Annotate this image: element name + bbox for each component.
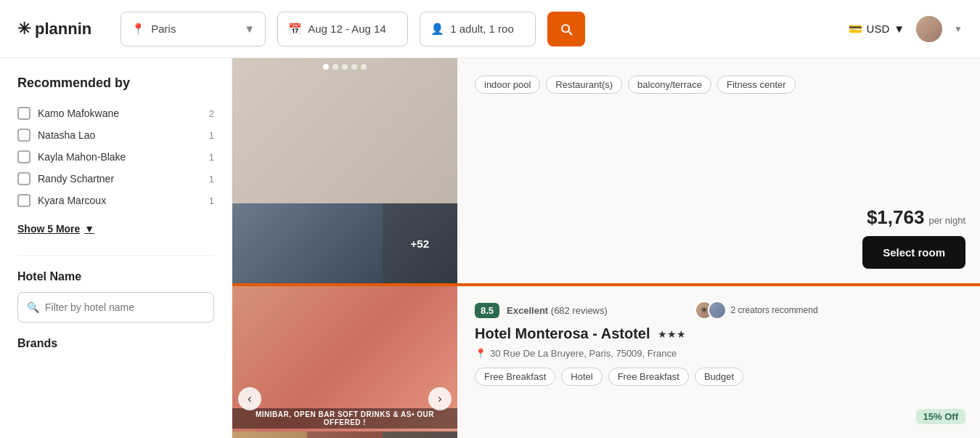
card1-dots bbox=[323, 64, 367, 70]
filter-count-0: 2 bbox=[209, 108, 214, 119]
card2-rating-label: Excellent (682 reviews) bbox=[507, 305, 608, 316]
calendar-icon: 📅 bbox=[288, 23, 302, 36]
card2-rating-badge: 8.5 bbox=[475, 303, 499, 318]
search-button[interactable] bbox=[547, 12, 585, 46]
tag-hotel: Hotel bbox=[561, 368, 602, 386]
filter-checkbox-0[interactable] bbox=[17, 107, 30, 120]
card1-price-per: per night bbox=[928, 215, 965, 226]
hotel-name-filter-title: Hotel Name bbox=[17, 270, 214, 283]
filter-label-0: Kamo Mafokwane bbox=[38, 108, 202, 119]
filter-count-2: 1 bbox=[209, 152, 214, 163]
tag-restaurants: Restaurant(s) bbox=[546, 76, 622, 94]
card2-thumb-1 bbox=[232, 431, 307, 438]
card1-thumb-1 bbox=[232, 203, 307, 283]
card2-next-button[interactable]: › bbox=[428, 387, 452, 410]
card2-content: 8.5 Excellent (682 reviews) ✳ 2 creators… bbox=[457, 286, 836, 438]
avatar-chevron-icon: ▼ bbox=[954, 24, 963, 34]
filter-item-2[interactable]: Kayla Mahon-Blake 1 bbox=[17, 146, 214, 168]
card1-thumb-2 bbox=[307, 203, 382, 283]
dot-1 bbox=[323, 64, 329, 70]
tag-free-breakfast-2: Free Breakfast bbox=[608, 368, 689, 386]
dot-2 bbox=[332, 64, 338, 70]
filter-label-4: Kyara Marcoux bbox=[38, 195, 202, 206]
show-more-chevron-icon: ▼ bbox=[84, 223, 94, 235]
card1-thumb-3: +52 bbox=[383, 203, 457, 283]
filter-checkbox-4[interactable] bbox=[17, 194, 30, 207]
card1-select-room-button[interactable]: Select room bbox=[862, 236, 965, 269]
user-avatar[interactable] bbox=[916, 16, 942, 42]
location-search[interactable]: 📍 Paris ▼ bbox=[121, 12, 266, 46]
filter-item-0[interactable]: Kamo Mafokwane 2 bbox=[17, 102, 214, 124]
brands-title: Brands bbox=[17, 337, 214, 350]
location-pin-icon: 📍 bbox=[475, 348, 486, 359]
tag-balcony: balcony/terrace bbox=[628, 76, 711, 94]
hotel-name-input-wrap[interactable]: 🔍 bbox=[17, 292, 214, 323]
filter-label-1: Natasha Lao bbox=[38, 129, 202, 141]
card2-tags: Free Breakfast Hotel Free Breakfast Budg… bbox=[475, 368, 818, 386]
card1-price: $1,763 bbox=[867, 206, 925, 229]
filter-checkbox-3[interactable] bbox=[17, 172, 30, 185]
card2-stars: ★★★ bbox=[658, 328, 686, 340]
tag-indoor-pool: indoor pool bbox=[475, 76, 540, 94]
filter-count-4: 1 bbox=[209, 195, 214, 206]
card2-top-row: 8.5 Excellent (682 reviews) ✳ 2 creators… bbox=[475, 301, 818, 320]
avatar-image bbox=[916, 16, 942, 42]
show-more-label: Show 5 More bbox=[17, 223, 80, 235]
filter-label-2: Kayla Mahon-Blake bbox=[38, 151, 202, 163]
card2-prev-button[interactable]: ‹ bbox=[238, 387, 261, 410]
guest-selector[interactable]: 👤 1 adult, 1 roo bbox=[420, 12, 536, 46]
location-value: Paris bbox=[151, 23, 176, 35]
header-right: 💳 USD ▼ ▼ bbox=[849, 16, 963, 42]
logo: ✳ plannin bbox=[17, 20, 91, 38]
hotel-name-input[interactable] bbox=[45, 301, 205, 313]
tag-budget: Budget bbox=[695, 368, 743, 386]
hotel-cards-area: +52 indoor pool Restaurant(s) balcony/te… bbox=[232, 58, 980, 438]
tag-fitness: Fitness center bbox=[717, 76, 796, 94]
card1-right: $1,763 per night Select room bbox=[849, 58, 980, 283]
card2-right: 15% Off from $123 $104 per night Select … bbox=[836, 286, 980, 438]
main-layout: Recommended by Kamo Mafokwane 2 Natasha … bbox=[0, 58, 980, 438]
filter-item-4[interactable]: Kyara Marcoux 1 bbox=[17, 190, 214, 211]
card2-creators: ✳ 2 creators recommend bbox=[695, 301, 818, 320]
card1-main-image bbox=[232, 58, 457, 203]
filter-checkbox-2[interactable] bbox=[17, 150, 30, 163]
search-icon: 🔍 bbox=[27, 301, 39, 313]
card2-images: ‹ › MINIBAR, OPEN BAR SOFT DRINKS & AS• … bbox=[232, 286, 457, 438]
currency-label: USD bbox=[867, 23, 890, 35]
date-picker[interactable]: 📅 Aug 12 - Aug 14 bbox=[277, 12, 408, 46]
tag-free-breakfast-1: Free Breakfast bbox=[475, 368, 555, 386]
card1-images: +52 bbox=[232, 58, 457, 283]
recommended-by-title: Recommended by bbox=[17, 76, 214, 91]
creators-text: 2 creators recommend bbox=[731, 305, 818, 315]
filter-checkbox-1[interactable] bbox=[17, 129, 30, 142]
card1-thumb-more: +52 bbox=[383, 203, 457, 283]
filter-list: Kamo Mafokwane 2 Natasha Lao 1 Kayla Mah… bbox=[17, 102, 214, 211]
card1-thumbs: +52 bbox=[232, 203, 457, 283]
card2-discount-badge: 15% Off bbox=[916, 409, 965, 424]
show-more-button[interactable]: Show 5 More ▼ bbox=[17, 217, 94, 240]
currency-card-icon: 💳 bbox=[849, 23, 862, 36]
hotel-card-1: +52 indoor pool Restaurant(s) balcony/te… bbox=[232, 58, 980, 285]
filter-item-1[interactable]: Natasha Lao 1 bbox=[17, 124, 214, 146]
card2-price-row: from $123 $104 per night bbox=[836, 434, 965, 438]
filter-item-3[interactable]: Randy Schartner 1 bbox=[17, 168, 214, 190]
location-icon: 📍 bbox=[131, 23, 145, 36]
currency-button[interactable]: 💳 USD ▼ bbox=[849, 23, 905, 36]
card2-main-image: MINIBAR, OPEN BAR SOFT DRINKS & AS• OUR … bbox=[232, 286, 457, 431]
card1-content: indoor pool Restaurant(s) balcony/terrac… bbox=[457, 58, 849, 283]
creator-avatar-2 bbox=[708, 301, 727, 320]
card2-price: $104 bbox=[883, 434, 925, 438]
card1-tags: indoor pool Restaurant(s) balcony/terrac… bbox=[475, 76, 832, 94]
dates-value: Aug 12 - Aug 14 bbox=[308, 23, 386, 35]
card2-thumbs: +20 bbox=[232, 431, 457, 438]
card1-price-row: $1,763 per night bbox=[867, 206, 965, 229]
guest-icon: 👤 bbox=[430, 23, 444, 36]
header: ✳ plannin 📍 Paris ▼ 📅 Aug 12 - Aug 14 👤 … bbox=[0, 0, 980, 58]
sidebar: Recommended by Kamo Mafokwane 2 Natasha … bbox=[0, 58, 232, 438]
filter-count-1: 1 bbox=[209, 130, 214, 141]
card2-address: 📍 30 Rue De La Bruyere, Paris, 75009, Fr… bbox=[475, 348, 818, 359]
logo-star: ✳ bbox=[17, 20, 30, 38]
card2-hotel-title: Hotel Monterosa - Astotel bbox=[475, 325, 650, 342]
filter-count-3: 1 bbox=[209, 174, 214, 184]
sidebar-divider bbox=[17, 255, 214, 256]
